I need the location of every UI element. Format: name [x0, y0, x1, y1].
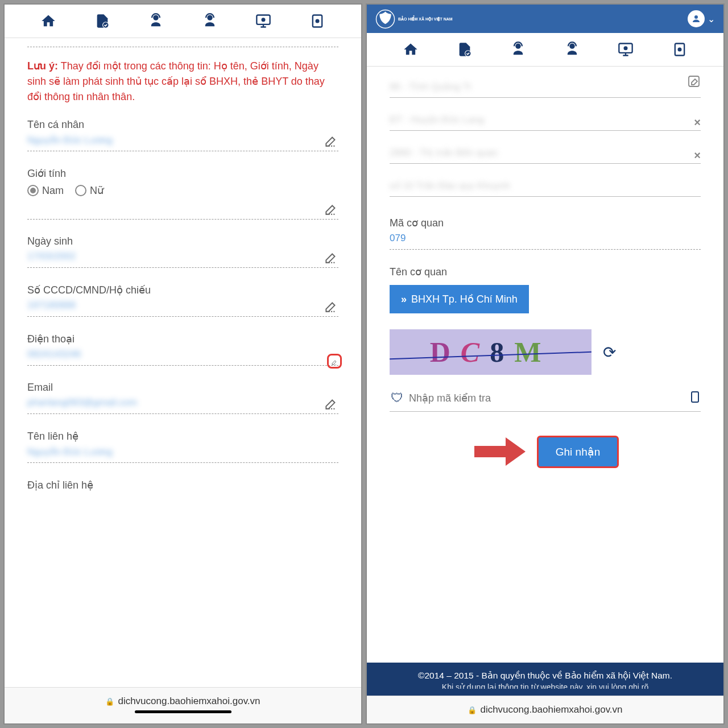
phone-value: 0824143246: [27, 349, 81, 359]
phone-icon: [690, 391, 700, 406]
gender-male[interactable]: Nam: [27, 184, 64, 197]
doc-icon[interactable]: [457, 42, 473, 57]
shield-icon: 🛡: [391, 391, 403, 406]
logo: BẢO HIỂM XÃ HỘI VIỆT NAM: [375, 9, 453, 29]
monitor-icon[interactable]: [618, 42, 634, 57]
support1-icon[interactable]: [148, 13, 164, 29]
svg-point-7: [316, 20, 318, 23]
svg-point-2: [154, 15, 159, 20]
captcha-input[interactable]: 🛡: [390, 385, 701, 412]
edit-icon[interactable]: [324, 134, 338, 148]
dob-value: 17/03/2002: [27, 251, 76, 262]
blurred-value: ĐT - Huyện Đức Lang: [390, 114, 484, 125]
code-field: Mã cơ quan 079: [390, 217, 701, 250]
blurred-value: số 10 Trần Đào quy Khuynh: [390, 180, 510, 191]
edit-icon[interactable]: [324, 299, 338, 314]
gender-field: Giới tính Nam Nữ: [27, 167, 338, 220]
nav-bar: [5, 5, 361, 38]
support2-icon[interactable]: [202, 13, 218, 29]
org-field: Tên cơ quan »BHXH Tp. Hồ Chí Minh: [390, 266, 701, 313]
name-value: Nguyễn Đức Lương: [27, 135, 113, 146]
submit-row: Ghi nhận: [390, 435, 701, 469]
id-field: Số CCCD/CMND/Hộ chiếu 197180888: [27, 284, 338, 317]
contact-name-field: Tên liên hệ Nguyễn Đức Lương: [27, 430, 338, 463]
edit-icon-highlighted[interactable]: [327, 354, 342, 369]
refresh-icon[interactable]: ⟳: [603, 343, 616, 362]
support1-icon[interactable]: [510, 42, 526, 57]
left-content: Lưu ý: Thay đổi một trong các thông tin:…: [5, 38, 361, 687]
url-bar: 🔒dichvucong.baohiemxahoi.gov.vn: [367, 696, 723, 723]
right-content: 86 - Tỉnh Quảng Tr ĐT - Huyện Đức Lang ×…: [367, 67, 723, 663]
dob-label: Ngày sinh: [27, 235, 338, 247]
close-icon[interactable]: ×: [694, 116, 701, 129]
email-field: Email phanlang063@gmail.com: [27, 382, 338, 414]
warning-text: Lưu ý: Thay đổi một trong các thông tin:…: [27, 59, 338, 105]
support2-icon[interactable]: [564, 42, 580, 57]
top-bar: BẢO HIỂM XÃ HỘI VIỆT NAM ⌄: [367, 5, 723, 33]
home-indicator: [135, 710, 231, 713]
edit-icon[interactable]: [324, 202, 338, 217]
captcha-row: DC8M ⟳: [390, 329, 701, 375]
monitor-icon[interactable]: [255, 13, 271, 29]
org-button[interactable]: »BHXH Tp. Hồ Chí Minh: [390, 285, 529, 313]
svg-point-3: [207, 15, 212, 20]
id-label: Số CCCD/CMND/Hộ chiếu: [27, 284, 338, 296]
home-icon[interactable]: [40, 13, 56, 29]
phone-label: Điện thoại: [27, 333, 338, 345]
dob-field: Ngày sinh 17/03/2002: [27, 235, 338, 268]
right-panel: BẢO HIỂM XÃ HỘI VIỆT NAM ⌄ 86 - Tỉnh Quả…: [366, 3, 725, 725]
blurred-value: 86 - Tỉnh Quảng Tr: [390, 81, 471, 92]
nav-bar: [367, 33, 723, 67]
book-icon[interactable]: [672, 42, 688, 57]
svg-point-9: [694, 15, 698, 19]
user-icon[interactable]: [688, 10, 705, 27]
url-bar: 🔒dichvucong.baohiemxahoi.gov.vn: [5, 687, 361, 723]
doc-icon[interactable]: [94, 13, 110, 29]
lock-icon: 🔒: [468, 706, 477, 714]
edit-icon[interactable]: [687, 75, 701, 90]
svg-point-13: [569, 44, 574, 49]
phone-field: Điện thoại 0824143246: [27, 333, 338, 366]
contact-name-value: Nguyễn Đức Lương: [27, 446, 113, 457]
gender-label: Giới tính: [27, 167, 338, 180]
blurred-value: 2860 - Thị trấn Bến quan: [390, 147, 498, 158]
submit-button[interactable]: Ghi nhận: [537, 436, 619, 468]
contact-name-label: Tên liên hệ: [27, 430, 338, 442]
org-label: Tên cơ quan: [390, 266, 701, 278]
footer: ©2014 – 2015 - Bản quyền thuộc về Bảo hi…: [367, 663, 723, 696]
captcha-image: DC8M: [390, 329, 592, 375]
svg-rect-19: [692, 392, 698, 402]
code-label: Mã cơ quan: [390, 217, 701, 229]
close-icon[interactable]: ×: [694, 149, 701, 162]
svg-point-17: [678, 48, 681, 51]
svg-point-15: [624, 47, 627, 49]
address-label: Địa chỉ liên hệ: [27, 479, 338, 491]
name-label: Tên cá nhân: [27, 119, 338, 131]
captcha-field[interactable]: [409, 392, 685, 404]
gender-female[interactable]: Nữ: [75, 184, 104, 197]
edit-icon[interactable]: [324, 250, 338, 265]
edit-icon[interactable]: [324, 396, 338, 411]
email-value: phanlang063@gmail.com: [27, 397, 137, 408]
id-value: 197180888: [27, 300, 76, 311]
lock-icon: 🔒: [105, 697, 114, 706]
svg-point-12: [516, 44, 521, 49]
email-label: Email: [27, 382, 338, 394]
svg-point-5: [262, 18, 265, 21]
arrow-annotation: [471, 435, 528, 469]
home-icon[interactable]: [403, 42, 419, 57]
chevron-down-icon[interactable]: ⌄: [708, 14, 715, 24]
book-icon[interactable]: [309, 13, 325, 29]
left-panel: Lưu ý: Thay đổi một trong các thông tin:…: [3, 3, 362, 725]
address-field: Địa chỉ liên hệ: [27, 479, 338, 491]
code-value: 079: [390, 233, 406, 243]
name-field: Tên cá nhân Nguyễn Đức Lương: [27, 119, 338, 151]
